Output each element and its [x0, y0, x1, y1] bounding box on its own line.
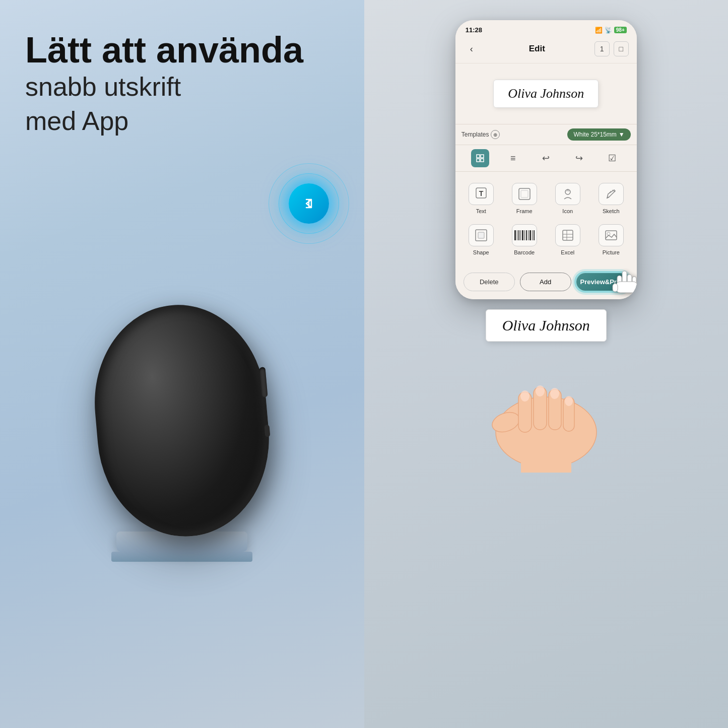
hand-svg [440, 332, 652, 473]
device-slot [259, 367, 268, 398]
tool-frame-label: Frame [516, 208, 533, 214]
device-base-bottom [111, 552, 252, 562]
redo-button[interactable]: ↪ [570, 149, 588, 167]
bluetooth-circle [289, 183, 329, 224]
templates-icon: ⊕ [491, 130, 500, 139]
signal-icon: 📶 [595, 27, 603, 34]
svg-point-29 [520, 390, 530, 402]
frame-icon [517, 187, 532, 201]
back-button[interactable]: ‹ [464, 41, 480, 57]
svg-rect-6 [519, 188, 530, 200]
tool-barcode-label: Barcode [514, 249, 535, 255]
tool-picture-label: Picture [603, 249, 620, 255]
tool-shape[interactable]: Shape [459, 219, 503, 260]
label-preview: Oliva Johnson [493, 80, 599, 108]
svg-point-32 [565, 396, 573, 406]
device-button [264, 425, 271, 437]
svg-rect-33 [521, 452, 571, 473]
templates-label: Templates [461, 131, 489, 138]
svg-rect-11 [563, 230, 573, 240]
text-icon-box: T [469, 183, 494, 205]
svg-rect-10 [478, 232, 484, 238]
grid-icon [476, 154, 484, 162]
sketch-icon-box [599, 183, 624, 205]
picture-icon [604, 228, 618, 242]
bluetooth-symbol [300, 194, 318, 213]
svg-rect-1 [481, 155, 484, 158]
tool-grid: T Text Frame [455, 172, 637, 267]
svg-point-8 [565, 189, 570, 194]
svg-point-30 [536, 385, 545, 396]
svg-rect-0 [477, 155, 480, 158]
bluetooth-icon [269, 163, 349, 244]
text-icon: T [475, 187, 487, 201]
shape-icon [474, 228, 488, 242]
tool-text-label: Text [476, 208, 486, 214]
label-preview-text: Oliva Johnson [508, 86, 584, 101]
shape-icon-box [469, 224, 494, 246]
headline: Lätt att använda [25, 30, 339, 70]
barcode-icon-box [512, 224, 537, 246]
svg-rect-3 [481, 159, 484, 162]
align-button[interactable]: ≡ [504, 149, 522, 167]
excel-icon [561, 228, 575, 242]
tool-excel[interactable]: Excel [546, 219, 589, 260]
grid-view-button[interactable] [471, 149, 489, 167]
icon-icon-box [555, 183, 580, 205]
tool-icon[interactable]: Icon [546, 178, 589, 219]
wifi-icon: 📡 [605, 27, 612, 34]
status-right: 📶 📡 98+ [595, 27, 627, 34]
device-wrapper [96, 305, 268, 562]
header-icon-2[interactable]: □ [614, 41, 629, 56]
subline: snabb utskrift med App [25, 70, 339, 138]
app-header: ‹ Edit 1 □ [455, 37, 637, 63]
action-row: Delete Add Preview&Print [455, 267, 637, 299]
toolbar-area: Templates ⊕ White 25*15mm ▼ [455, 124, 637, 145]
tool-sketch[interactable]: Sketch [589, 178, 633, 219]
undo-button[interactable]: ↩ [537, 149, 555, 167]
barcode-icon [514, 230, 535, 240]
add-button[interactable]: Add [520, 273, 571, 291]
status-time: 11:28 [466, 26, 482, 34]
device-area [25, 138, 339, 698]
tool-text[interactable]: T Text [459, 178, 503, 219]
excel-icon-box [555, 224, 580, 246]
edit-toolbar: ≡ ↩ ↪ ☑ [455, 145, 637, 172]
label-printer-device [87, 298, 278, 544]
tool-picture[interactable]: Picture [589, 219, 633, 260]
phone-mockup: 11:28 📶 📡 98+ ‹ Edit 1 □ [455, 20, 637, 299]
icon-icon [561, 187, 575, 201]
status-bar: 11:28 📶 📡 98+ [455, 20, 637, 37]
tool-sketch-label: Sketch [603, 208, 620, 214]
tool-icon-label: Icon [562, 208, 573, 214]
tape-selector[interactable]: White 25*15mm ▼ [567, 128, 630, 141]
hand-holding-label [440, 332, 652, 475]
tool-frame[interactable]: Frame [503, 178, 546, 219]
templates-button[interactable]: Templates ⊕ [461, 130, 500, 139]
svg-text:T: T [479, 189, 483, 197]
battery-badge: 98+ [614, 27, 627, 33]
header-title: Edit [529, 44, 545, 54]
svg-rect-2 [477, 159, 480, 162]
header-icons: 1 □ [594, 41, 629, 56]
right-panel: 11:28 📶 📡 98+ ‹ Edit 1 □ [364, 0, 729, 728]
label-preview-area: Oliva Johnson [455, 63, 637, 124]
check-button[interactable]: ☑ [603, 149, 621, 167]
preview-print-button[interactable]: Preview&Print [576, 273, 629, 291]
frame-icon-box [512, 183, 537, 205]
picture-icon-box [599, 224, 624, 246]
svg-point-31 [550, 388, 559, 399]
sketch-icon [604, 187, 618, 201]
header-icon-1[interactable]: 1 [594, 41, 610, 56]
bottom-content: Oliva Johnson [394, 299, 698, 475]
svg-rect-20 [632, 277, 636, 286]
svg-rect-7 [521, 190, 528, 197]
delete-button[interactable]: Delete [464, 273, 515, 291]
tool-excel-label: Excel [561, 249, 574, 255]
tool-barcode[interactable]: Barcode [503, 219, 546, 260]
left-panel: Lätt att använda snabb utskrift med App [0, 0, 364, 728]
tool-shape-label: Shape [473, 249, 489, 255]
phone-and-hand: 11:28 📶 📡 98+ ‹ Edit 1 □ [455, 20, 637, 299]
print-btn-container: Preview&Print [576, 273, 629, 291]
